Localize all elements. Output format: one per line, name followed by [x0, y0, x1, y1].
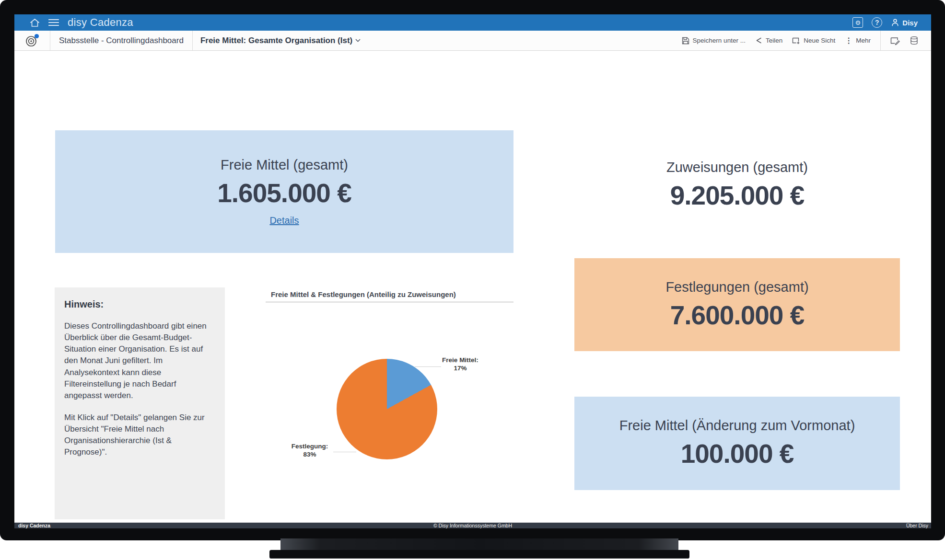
- share-button[interactable]: Teilen: [755, 37, 782, 44]
- annotations-icon[interactable]: [890, 36, 900, 45]
- pie-label-text: Freie Mittel:: [422, 356, 499, 365]
- pie-label-pct: 17%: [422, 365, 499, 373]
- new-view-icon: [792, 37, 800, 45]
- kpi-card-aenderung-vormonat: Freie Mittel (Änderung zum Vormonat) 100…: [574, 397, 900, 490]
- user-label: Disy: [902, 19, 918, 27]
- note-box: Hinweis: Dieses Controllingdashboard gib…: [55, 287, 225, 519]
- save-icon: [682, 37, 689, 45]
- share-label: Teilen: [766, 37, 782, 44]
- share-icon: [755, 37, 762, 44]
- note-title: Hinweis:: [64, 299, 215, 310]
- more-label: Mehr: [856, 37, 871, 44]
- pie-label-pct: 83%: [271, 451, 348, 459]
- app-title: disy Cadenza: [68, 16, 133, 29]
- pie-chart-title: Freie Mittel & Festlegungen (Anteilig zu…: [271, 290, 456, 298]
- kpi-title: Freie Mittel (Änderung zum Vormonat): [619, 418, 855, 434]
- more-button[interactable]: ⋮ Mehr: [845, 37, 871, 45]
- toolbar: Stabsstelle - Controllingdashboard Freie…: [14, 31, 931, 51]
- analysis-context-icon[interactable]: [14, 34, 50, 48]
- menu-icon[interactable]: [48, 19, 59, 26]
- data-sources-icon[interactable]: [910, 36, 919, 45]
- details-link[interactable]: Details: [269, 215, 299, 226]
- save-as-label: Speichern unter ...: [693, 37, 746, 44]
- help-icon[interactable]: ?: [872, 17, 882, 28]
- pie-label-freie-mittel: Freie Mittel: 17%: [422, 356, 499, 373]
- monitor-stand-base: [269, 550, 689, 559]
- user-menu[interactable]: Disy: [891, 18, 918, 27]
- new-view-label: Neue Sicht: [804, 37, 835, 44]
- kpi-title: Festlegungen (gesamt): [665, 279, 808, 295]
- kpi-title: Freie Mittel (gesamt): [221, 157, 348, 173]
- title-bar: disy Cadenza ⚙ ? Disy: [14, 14, 931, 31]
- app-screen: disy Cadenza ⚙ ? Disy Stabsstelle - Co: [14, 14, 931, 528]
- workbook-breadcrumb[interactable]: Stabsstelle - Controllingdashboard: [50, 36, 192, 46]
- user-icon: [891, 18, 899, 27]
- save-as-button[interactable]: Speichern unter ...: [682, 37, 746, 45]
- kpi-value: 9.205.000 €: [670, 180, 805, 211]
- note-paragraph: Mit Klick auf "Details" gelangen Sie zur…: [64, 412, 215, 458]
- note-paragraph: Dieses Controllingdashboard gibt einen Ü…: [64, 320, 215, 401]
- kpi-card-freie-mittel: Freie Mittel (gesamt) 1.605.000 € Detail…: [55, 130, 513, 253]
- more-icon: ⋮: [845, 37, 852, 45]
- view-title-dropdown[interactable]: Freie Mittel: Gesamte Organisation (Ist): [193, 36, 363, 46]
- footer-copyright: © Disy Informationssysteme GmbH: [14, 523, 931, 528]
- pie-label-festlegung: Festlegung: 83%: [271, 443, 348, 459]
- home-icon[interactable]: [30, 18, 40, 27]
- pie-label-text: Festlegung:: [271, 443, 348, 451]
- notification-dot: [35, 34, 39, 38]
- toolbar-separator: [880, 31, 881, 50]
- kpi-value: 1.605.000 €: [217, 178, 351, 208]
- kpi-value: 7.600.000 €: [670, 300, 805, 331]
- kpi-card-zuweisungen: Zuweisungen (gesamt) 9.205.000 €: [574, 147, 900, 223]
- chevron-down-icon: [355, 39, 361, 42]
- view-title-label: Freie Mittel: Gesamte Organisation (Ist): [200, 36, 352, 46]
- settings-icon[interactable]: ⚙: [852, 17, 863, 28]
- kpi-card-festlegungen: Festlegungen (gesamt) 7.600.000 €: [574, 258, 900, 351]
- new-view-button[interactable]: Neue Sicht: [792, 37, 835, 45]
- kpi-value: 100.000 €: [681, 438, 794, 469]
- footer-bar: disy Cadenza © Disy Informationssysteme …: [14, 523, 931, 528]
- footer-about-link[interactable]: Über Disy: [906, 523, 931, 528]
- kpi-title: Zuweisungen (gesamt): [666, 160, 808, 175]
- pie-chart[interactable]: [337, 359, 437, 459]
- chart-title-rule: [266, 302, 513, 302]
- dashboard-content: Freie Mittel (gesamt) 1.605.000 € Detail…: [14, 51, 931, 523]
